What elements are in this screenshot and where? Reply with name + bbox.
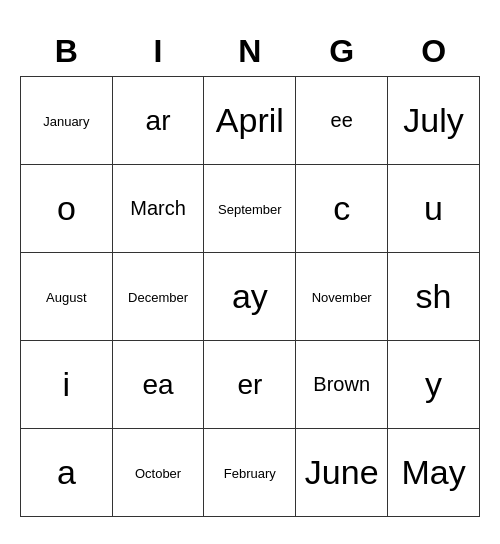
- bingo-cell-3-2: er: [204, 341, 296, 429]
- cell-text: u: [424, 189, 443, 227]
- cell-text: ea: [142, 369, 173, 400]
- bingo-row-1: oMarchSeptembercu: [21, 165, 480, 253]
- bingo-cell-1-3: c: [296, 165, 388, 253]
- bingo-cell-1-0: o: [21, 165, 113, 253]
- bingo-header-g: G: [296, 27, 388, 77]
- bingo-cell-3-4: y: [388, 341, 480, 429]
- bingo-cell-2-0: August: [21, 253, 113, 341]
- bingo-header-b: B: [21, 27, 113, 77]
- cell-text: June: [305, 453, 379, 491]
- bingo-row-0: JanuaryarAprileeJuly: [21, 77, 480, 165]
- cell-text: August: [46, 290, 86, 305]
- bingo-cell-0-2: April: [204, 77, 296, 165]
- bingo-cell-4-1: October: [112, 429, 204, 517]
- cell-text: Brown: [313, 373, 370, 395]
- cell-text: April: [216, 101, 284, 139]
- bingo-cell-1-4: u: [388, 165, 480, 253]
- bingo-cell-0-1: ar: [112, 77, 204, 165]
- cell-text: July: [403, 101, 463, 139]
- cell-text: c: [333, 189, 350, 227]
- cell-text: ar: [146, 105, 171, 136]
- cell-text: February: [224, 466, 276, 481]
- bingo-cell-0-4: July: [388, 77, 480, 165]
- bingo-cell-2-3: November: [296, 253, 388, 341]
- bingo-cell-3-1: ea: [112, 341, 204, 429]
- bingo-row-2: AugustDecemberayNovembersh: [21, 253, 480, 341]
- bingo-cell-1-2: September: [204, 165, 296, 253]
- cell-text: sh: [416, 277, 452, 315]
- cell-text: January: [43, 114, 89, 129]
- cell-text: October: [135, 466, 181, 481]
- bingo-cell-2-1: December: [112, 253, 204, 341]
- bingo-cell-0-3: ee: [296, 77, 388, 165]
- bingo-cell-0-0: January: [21, 77, 113, 165]
- cell-text: December: [128, 290, 188, 305]
- bingo-cell-1-1: March: [112, 165, 204, 253]
- cell-text: September: [218, 202, 282, 217]
- bingo-cell-2-2: ay: [204, 253, 296, 341]
- bingo-header-o: O: [388, 27, 480, 77]
- bingo-cell-3-0: i: [21, 341, 113, 429]
- bingo-cell-4-0: a: [21, 429, 113, 517]
- bingo-cell-4-4: May: [388, 429, 480, 517]
- cell-text: May: [401, 453, 465, 491]
- cell-text: ee: [331, 109, 353, 131]
- bingo-card: BINGO JanuaryarAprileeJulyoMarchSeptembe…: [20, 27, 480, 518]
- bingo-cell-4-2: February: [204, 429, 296, 517]
- cell-text: i: [63, 365, 71, 403]
- bingo-cell-4-3: June: [296, 429, 388, 517]
- cell-text: a: [57, 453, 76, 491]
- cell-text: ay: [232, 277, 268, 315]
- bingo-cell-2-4: sh: [388, 253, 480, 341]
- cell-text: March: [130, 197, 186, 219]
- bingo-header-i: I: [112, 27, 204, 77]
- cell-text: y: [425, 365, 442, 403]
- bingo-cell-3-3: Brown: [296, 341, 388, 429]
- cell-text: November: [312, 290, 372, 305]
- bingo-header-n: N: [204, 27, 296, 77]
- cell-text: er: [237, 369, 262, 400]
- cell-text: o: [57, 189, 76, 227]
- bingo-row-3: ieaerBrowny: [21, 341, 480, 429]
- bingo-row-4: aOctoberFebruaryJuneMay: [21, 429, 480, 517]
